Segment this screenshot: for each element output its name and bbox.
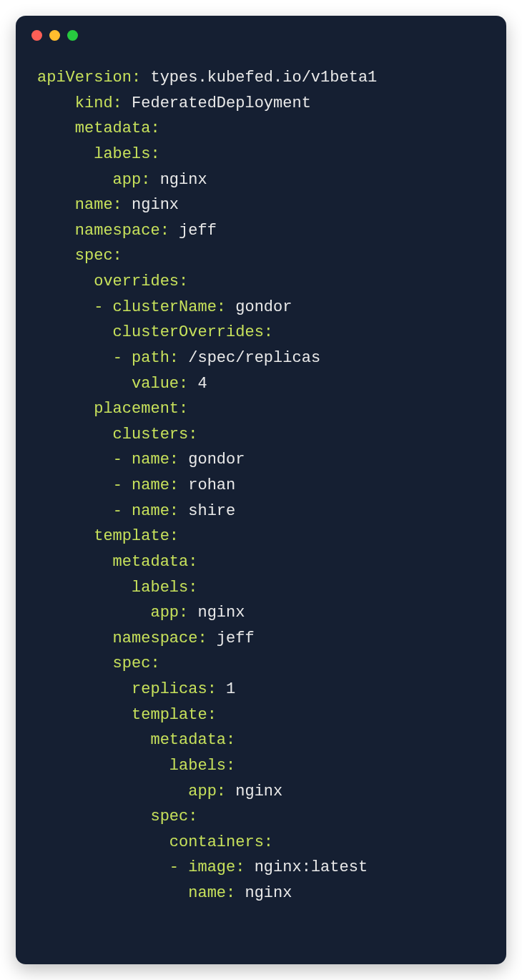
yaml-key: app: — [37, 604, 188, 622]
yaml-key: apiVersion: — [37, 69, 141, 87]
yaml-key: name: — [37, 196, 122, 214]
code-line: namespace: jeff — [37, 626, 491, 652]
code-line: template: — [37, 702, 491, 728]
yaml-key: template: — [37, 706, 217, 724]
code-line: apiVersion: types.kubefed.io/v1beta1 — [37, 65, 491, 91]
yaml-indent — [37, 349, 113, 367]
yaml-value: nginx — [235, 884, 292, 902]
yaml-key: image: — [179, 858, 245, 876]
code-line: kind: FederatedDeployment — [37, 91, 491, 117]
yaml-key: placement: — [37, 400, 188, 418]
code-line: labels: — [37, 753, 491, 779]
code-line: - name: gondor — [37, 447, 491, 473]
minimize-icon[interactable] — [49, 30, 60, 41]
yaml-key: namespace: — [37, 629, 207, 647]
yaml-dash: - — [113, 476, 122, 494]
code-line: - name: shire — [37, 499, 491, 524]
yaml-key: replicas: — [37, 680, 217, 698]
yaml-value: nginx — [188, 604, 245, 622]
yaml-code-block: apiVersion: types.kubefed.io/v1beta1 kin… — [16, 41, 506, 922]
yaml-key: template: — [37, 527, 179, 545]
code-line: spec: — [37, 804, 491, 830]
code-line: clusters: — [37, 422, 491, 448]
code-line: name: nginx — [37, 192, 491, 218]
code-line: app: nginx — [37, 167, 491, 193]
yaml-dash: - — [113, 349, 122, 367]
close-icon[interactable] — [31, 30, 42, 41]
code-line: template: — [37, 524, 491, 549]
yaml-key: containers: — [37, 833, 273, 851]
yaml-value: nginx — [150, 171, 207, 189]
code-line: metadata: — [37, 116, 491, 142]
yaml-key: metadata: — [37, 553, 197, 571]
yaml-dash: - — [169, 858, 179, 876]
yaml-key: metadata: — [37, 119, 160, 137]
yaml-key: metadata: — [37, 731, 235, 749]
yaml-key: name: — [122, 502, 179, 520]
code-line: placement: — [37, 396, 491, 422]
yaml-key: clusters: — [37, 426, 197, 444]
yaml-value: 1 — [217, 680, 235, 698]
code-window: apiVersion: types.kubefed.io/v1beta1 kin… — [16, 16, 506, 964]
code-line: spec: — [37, 651, 491, 677]
yaml-key: labels: — [37, 145, 160, 163]
yaml-key: labels: — [37, 579, 197, 597]
yaml-value: shire — [179, 502, 235, 520]
yaml-key: app: — [37, 783, 226, 800]
code-line: - clusterName: gondor — [37, 295, 491, 320]
yaml-value: jeff — [207, 629, 255, 647]
code-line: overrides: — [37, 269, 491, 295]
yaml-value: nginx:latest — [245, 858, 368, 876]
yaml-key: kind: — [37, 94, 122, 112]
yaml-key: name: — [37, 884, 235, 902]
code-line: metadata: — [37, 549, 491, 575]
yaml-value: gondor — [226, 298, 292, 316]
code-line: labels: — [37, 575, 491, 601]
code-line: value: 4 — [37, 371, 491, 397]
yaml-value: 4 — [188, 375, 207, 393]
code-line: labels: — [37, 142, 491, 167]
yaml-key: clusterName: — [103, 298, 226, 316]
code-line: spec: — [37, 243, 491, 269]
yaml-key: namespace: — [37, 222, 169, 240]
yaml-indent — [37, 451, 113, 469]
code-line: app: nginx — [37, 600, 491, 626]
yaml-indent — [37, 502, 113, 520]
yaml-value: nginx — [122, 196, 179, 214]
yaml-dash: - — [94, 298, 103, 316]
window-titlebar — [16, 16, 506, 41]
yaml-indent — [37, 298, 94, 316]
yaml-key: value: — [37, 375, 188, 393]
zoom-icon[interactable] — [67, 30, 78, 41]
code-line: clusterOverrides: — [37, 320, 491, 346]
yaml-key: spec: — [37, 247, 122, 265]
yaml-key: spec: — [37, 808, 197, 825]
code-line: - path: /spec/replicas — [37, 346, 491, 371]
yaml-key: name: — [122, 451, 179, 469]
code-line: containers: — [37, 830, 491, 856]
yaml-key: overrides: — [37, 273, 188, 290]
yaml-dash: - — [113, 502, 122, 520]
yaml-key: spec: — [37, 655, 160, 672]
code-line: - name: rohan — [37, 473, 491, 499]
yaml-key: path: — [122, 349, 179, 367]
code-line: namespace: jeff — [37, 218, 491, 244]
yaml-value: rohan — [179, 476, 235, 494]
yaml-key: labels: — [37, 757, 235, 775]
yaml-value: gondor — [179, 451, 245, 469]
yaml-indent — [37, 476, 113, 494]
code-line: app: nginx — [37, 779, 491, 805]
yaml-value: types.kubefed.io/v1beta1 — [141, 69, 377, 87]
yaml-value: FederatedDeployment — [122, 94, 311, 112]
yaml-key: clusterOverrides: — [37, 323, 273, 341]
yaml-dash: - — [113, 451, 122, 469]
yaml-value: nginx — [226, 783, 282, 800]
yaml-indent — [37, 858, 169, 876]
yaml-value: /spec/replicas — [179, 349, 320, 367]
yaml-value: jeff — [169, 222, 217, 240]
code-line: - image: nginx:latest — [37, 855, 491, 881]
yaml-key: app: — [37, 171, 150, 189]
code-line: metadata: — [37, 727, 491, 753]
code-line: replicas: 1 — [37, 677, 491, 702]
code-line: name: nginx — [37, 881, 491, 906]
